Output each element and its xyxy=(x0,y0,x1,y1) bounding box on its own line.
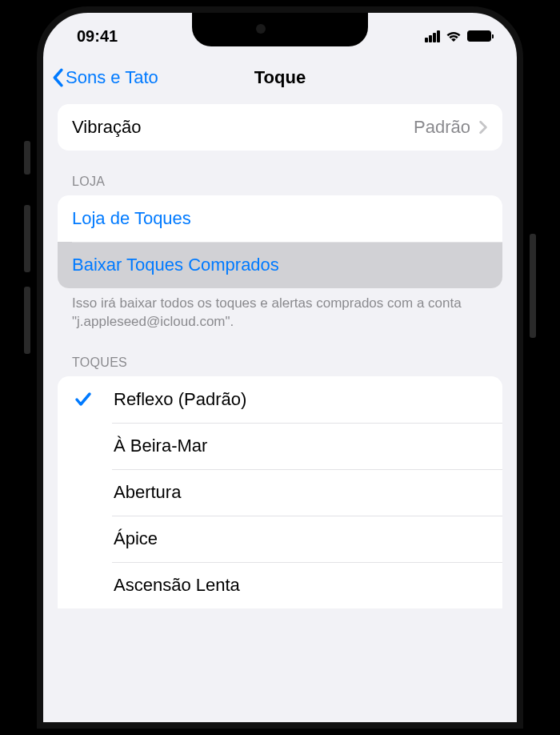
download-purchased-label: Baixar Toques Comprados xyxy=(72,255,488,275)
download-purchased-row[interactable]: Baixar Toques Comprados xyxy=(58,242,502,288)
ringtone-row[interactable]: Ascensão Lenta xyxy=(58,562,502,608)
ringtones-group: TOQUES Reflexo (Padrão) À Beira-Mar xyxy=(58,355,502,608)
tone-store-label: Loja de Toques xyxy=(72,208,488,229)
cellular-icon xyxy=(425,30,440,42)
battery-icon xyxy=(467,30,491,42)
content-area: Vibração Padrão LOJA Loja de Toques Baix… xyxy=(43,104,517,608)
vibration-group: Vibração Padrão xyxy=(58,104,502,151)
screen: 09:41 Sons e Tato Toque xyxy=(37,6,523,729)
silence-switch[interactable] xyxy=(24,141,30,175)
back-button[interactable]: Sons e Tato xyxy=(51,67,158,88)
power-button[interactable] xyxy=(530,234,536,338)
status-time: 09:41 xyxy=(77,27,118,46)
ringtone-list: Reflexo (Padrão) À Beira-Mar Abertura Áp… xyxy=(58,376,502,608)
ringtone-row[interactable]: À Beira-Mar xyxy=(58,423,502,469)
checkmark-icon xyxy=(74,390,93,409)
tone-store-row[interactable]: Loja de Toques xyxy=(58,195,502,242)
wifi-icon xyxy=(445,27,462,46)
store-footer: Isso irá baixar todos os toques e alerta… xyxy=(58,288,502,331)
ringtones-header: TOQUES xyxy=(58,355,502,376)
vibration-label: Vibração xyxy=(72,117,414,138)
ringtone-row[interactable]: Reflexo (Padrão) xyxy=(58,376,502,423)
notch xyxy=(192,13,368,46)
phone-frame: 09:41 Sons e Tato Toque xyxy=(30,0,530,735)
ringtone-label: Abertura xyxy=(114,482,181,503)
ringtone-label: Reflexo (Padrão) xyxy=(114,389,246,410)
vibration-value: Padrão xyxy=(414,117,470,138)
ringtone-row[interactable]: Abertura xyxy=(58,469,502,516)
chevron-left-icon xyxy=(51,68,64,87)
navigation-bar: Sons e Tato Toque xyxy=(43,53,517,104)
store-group: LOJA Loja de Toques Baixar Toques Compra… xyxy=(58,175,502,331)
store-header: LOJA xyxy=(58,175,502,195)
ringtone-row[interactable]: Ápice xyxy=(58,516,502,562)
status-indicators xyxy=(425,27,491,46)
vibration-row[interactable]: Vibração Padrão xyxy=(58,104,502,151)
ringtone-label: À Beira-Mar xyxy=(114,436,207,456)
volume-up-button[interactable] xyxy=(24,205,30,272)
ringtone-label: Ascensão Lenta xyxy=(114,575,240,596)
back-label: Sons e Tato xyxy=(66,67,158,88)
ringtone-label: Ápice xyxy=(114,528,158,549)
chevron-right-icon xyxy=(478,120,488,135)
volume-down-button[interactable] xyxy=(24,287,30,354)
